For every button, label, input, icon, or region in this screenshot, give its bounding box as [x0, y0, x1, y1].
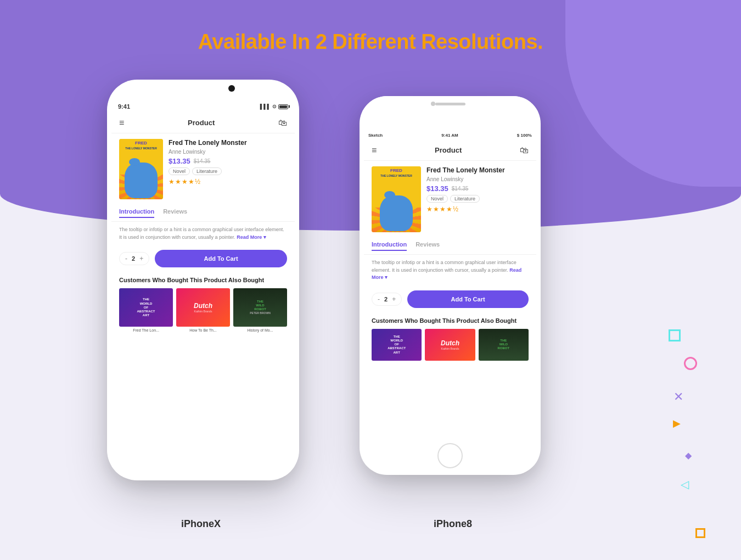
book-author-8: Anne Lowinsky: [426, 176, 529, 182]
related-book-1[interactable]: THEWORLDOFABSTRACTART Fred The Lon...: [119, 288, 173, 332]
related-cover-3-8: THEWILDROBOT: [479, 329, 529, 361]
iphone8-label: iPhone8: [434, 518, 472, 530]
dutch-sub-8: Kathim Brands: [441, 347, 459, 350]
tag-novel-8: Novel: [426, 195, 448, 203]
add-to-cart-button[interactable]: Add To Cart: [155, 250, 287, 267]
related-book-1-8[interactable]: THEWORLDOFABSTRACTART: [372, 329, 422, 361]
menu-icon[interactable]: ≡: [119, 118, 124, 128]
star-rating: ★★★★½: [169, 178, 287, 186]
deco-square2: [695, 528, 705, 538]
iphonex-screen: 9:41 ▌▌▌ ⊙ ≡ Product 🛍 FREDthe lonely mo…: [111, 100, 295, 476]
tab-introduction[interactable]: Introduction: [119, 208, 154, 218]
quantity-control-8: - 2 +: [372, 293, 402, 306]
related-book-3-label: History of Mo...: [247, 328, 273, 332]
dutch-title-8: Dutch: [441, 339, 459, 347]
dutch-sub: Kathim Brands: [194, 310, 212, 313]
dutch-cover: Dutch Kathim Brands: [176, 288, 230, 327]
price-old-8: $14.35: [452, 186, 469, 192]
deco-triangle-icon: ◁: [681, 478, 689, 491]
price-current-8: $13.35: [426, 184, 448, 193]
related-books-list: THEWORLDOFABSTRACTART Fred The Lon... Du…: [119, 288, 287, 332]
tab-reviews-8[interactable]: Reviews: [416, 241, 440, 251]
related-title-8: Customers Who Bought This Product Also B…: [372, 317, 529, 324]
tab-introduction-8[interactable]: Introduction: [372, 241, 407, 251]
product-section-8: FREDthe lonely monster Fred The Lonely M…: [364, 161, 536, 238]
signal-icon: ▌▌▌: [260, 104, 271, 109]
abstract-art-title-8: THEWORLDOFABSTRACTART: [388, 335, 406, 355]
product-description-8: The tooltip or infotip or a hint is a co…: [364, 255, 536, 286]
tabs-row-8: Introduction Reviews: [364, 238, 536, 255]
related-book-2-8[interactable]: Dutch Kathim Brands: [425, 329, 475, 361]
status-icons: ▌▌▌ ⊙: [260, 104, 288, 109]
status-sketch: Sketch: [368, 133, 383, 138]
product-section: FREDthe lonely monster Fred The Lonely M…: [111, 133, 295, 205]
book-author: Anne Lowinsky: [169, 149, 287, 155]
tag-literature: Literature: [192, 167, 222, 175]
deco-square: [669, 329, 681, 341]
read-more-link[interactable]: Read More ▾: [237, 234, 266, 240]
related-cover-3: THEWILDROBOTPETER BROWN: [233, 288, 287, 327]
quantity-plus[interactable]: +: [139, 255, 143, 262]
book-title: Fred The Lonely Monster: [169, 139, 287, 148]
quantity-value: 2: [132, 255, 135, 262]
status-bar-8: Sketch 9:41 AM $ 100%: [364, 130, 536, 140]
cart-row: - 2 + Add To Cart: [111, 245, 295, 272]
home-button-8[interactable]: [437, 443, 463, 468]
tag-novel: Novel: [169, 167, 190, 175]
quantity-plus-8[interactable]: +: [392, 295, 396, 303]
page-title: Available In 2 Different Resolutions.: [0, 30, 741, 54]
related-section: Customers Who Bought This Product Also B…: [111, 272, 295, 337]
book-title-8: Fred The Lonely Monster: [426, 166, 529, 175]
app-navbar: ≡ Product 🛍: [111, 113, 295, 133]
related-book-3[interactable]: THEWILDROBOTPETER BROWN History of Mo...: [233, 288, 287, 332]
status-bar: 9:41 ▌▌▌ ⊙: [111, 100, 295, 113]
deco-circle: [684, 357, 697, 370]
menu-icon-8[interactable]: ≡: [372, 145, 377, 155]
deco-diamond-icon: ◆: [685, 450, 692, 461]
cart-icon[interactable]: 🛍: [278, 118, 287, 128]
dutch-cover-8: Dutch Kathim Brands: [425, 329, 475, 361]
cart-icon-8[interactable]: 🛍: [520, 145, 529, 155]
abstract-art-cover-8: THEWORLDOFABSTRACTART: [372, 329, 422, 361]
cover-monster: [125, 163, 158, 198]
related-book-2[interactable]: Dutch Kathim Brands How To Be Th...: [176, 288, 230, 332]
page-header: Available In 2 Different Resolutions.: [0, 30, 741, 54]
deco-play-icon: ▶: [673, 417, 681, 429]
tags-row-8: Novel Literature: [426, 195, 529, 203]
book-cover-8: FREDthe lonely monster: [372, 166, 421, 232]
iphone8-screen: Sketch 9:41 AM $ 100% ≡ Product 🛍 FREDth…: [364, 130, 536, 439]
add-to-cart-button-8[interactable]: Add To Cart: [407, 290, 529, 308]
speaker-8: [435, 103, 465, 105]
front-camera-8: [431, 102, 435, 106]
quantity-value-8: 2: [384, 296, 388, 303]
price-row: $13.35 $14.35: [169, 157, 287, 165]
price-current: $13.35: [169, 157, 190, 165]
book-cover: FREDthe lonely monster: [119, 139, 163, 199]
iphone8-topbar: [360, 96, 541, 111]
related-cover-1: THEWORLDOFABSTRACTART: [119, 288, 173, 327]
product-info-8: Fred The Lonely Monster Anne Lowinsky $1…: [426, 166, 529, 232]
tabs-row: Introduction Reviews: [111, 205, 295, 222]
status-time-8: 9:41 AM: [441, 133, 458, 138]
fred-cover-art-8: FREDthe lonely monster: [372, 166, 421, 232]
quantity-minus-8[interactable]: -: [378, 295, 380, 303]
deco-x-icon: ✕: [673, 390, 683, 404]
wild-robot-title-8: THEWILDROBOT: [497, 339, 509, 351]
price-old: $14.35: [194, 158, 211, 164]
tab-reviews[interactable]: Reviews: [163, 208, 187, 218]
cover-title-8: FREDthe lonely monster: [380, 166, 412, 178]
iphonex-notch: [159, 80, 247, 96]
related-cover-2: Dutch Kathim Brands: [176, 288, 230, 327]
product-info: Fred The Lonely Monster Anne Lowinsky $1…: [169, 139, 287, 199]
related-section-8: Customers Who Bought This Product Also B…: [364, 312, 536, 365]
fred-cover-art: FREDthe lonely monster: [119, 139, 163, 199]
related-book-3-8[interactable]: THEWILDROBOT: [479, 329, 529, 361]
quantity-minus[interactable]: -: [125, 255, 127, 262]
cover-title: FREDthe lonely monster: [125, 139, 157, 151]
iphonex-container: 9:41 ▌▌▌ ⊙ ≡ Product 🛍 FREDthe lonely mo…: [107, 80, 299, 480]
related-book-2-label: How To Be Th...: [189, 328, 217, 332]
related-books-list-8: THEWORLDOFABSTRACTART Dutch Kathim Brand…: [372, 329, 529, 361]
abstract-art-title: THEWORLDOFABSTRACTART: [137, 298, 155, 317]
status-battery-8: $ 100%: [517, 133, 532, 138]
iphone8-frame: Sketch 9:41 AM $ 100% ≡ Product 🛍 FREDth…: [360, 96, 541, 475]
